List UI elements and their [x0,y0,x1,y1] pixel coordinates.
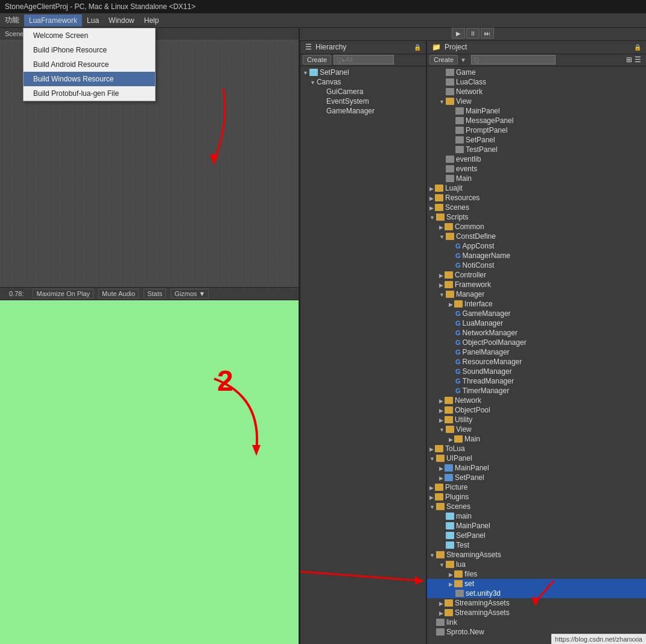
project-search[interactable] [471,55,556,65]
game-spacer [439,68,446,77]
threadmanager-spacer [449,377,455,385]
gamemanager-g-spacer [449,309,455,318]
project-item-luaclass[interactable]: LuaClass [427,77,646,87]
project-item-resourcemanager[interactable]: G ResourceManager [427,357,646,367]
project-item-setunity3d[interactable]: set.unity3d [427,589,646,598]
managername-spacer [449,251,455,260]
project-item-networkmanager[interactable]: G NetworkManager [427,328,646,338]
dropdown-build-android[interactable]: Build Android Resource [24,57,155,72]
project-item-scenes-main[interactable]: main [427,511,646,521]
hierarchy-lock-icon[interactable]: 🔒 [414,44,421,51]
hierarchy-item-canvas[interactable]: Canvas [300,77,426,87]
manager-label: Manager [456,290,484,298]
project-item-luamanager[interactable]: G LuaManager [427,318,646,328]
project-item-constdefine[interactable]: ConstDefine [427,232,646,241]
setunity3d-spacer [449,589,455,598]
project-settings-icon[interactable]: ☰ [635,55,641,64]
project-item-tolua[interactable]: ToLua [427,444,646,453]
project-item-testpanel[interactable]: TestPanel [427,145,646,154]
project-item-appconst[interactable]: G AppConst [427,241,646,251]
project-item-events[interactable]: events [427,164,646,174]
dropdown-build-iphone[interactable]: Build iPhone Resource [24,43,155,57]
project-item-common[interactable]: Common [427,222,646,232]
project-item-streamingassets[interactable]: StreamingAssets [427,550,646,560]
project-item-uipanel[interactable]: UIPanel [427,453,646,463]
project-item-scenes2[interactable]: Scenes [427,502,646,511]
project-item-managername[interactable]: G ManagerName [427,251,646,260]
hierarchy-item-guicamera[interactable]: GuiCamera [300,87,426,96]
hierarchy-item-eventsystem[interactable]: EventSystem [300,96,426,106]
project-item-objectpool[interactable]: ObjectPool [427,405,646,415]
project-item-interface[interactable]: Interface [427,299,646,309]
project-item-uipanel-setpanel[interactable]: SetPanel [427,473,646,482]
menu-item-lua[interactable]: Lua [82,14,104,27]
project-item-noticonst[interactable]: G NotiConst [427,260,646,270]
project-item-soundmanager[interactable]: G SoundManager [427,367,646,376]
hierarchy-item-setpanel[interactable]: SetPanel [300,68,426,77]
project-item-network-file[interactable]: Network [427,87,646,96]
project-item-streamingassets2[interactable]: StreamingAssets [427,598,646,608]
streamingassets3-folder-icon [445,609,453,616]
project-item-plugins[interactable]: Plugins [427,492,646,502]
project-item-scenes-top[interactable]: Scenes [427,203,646,212]
project-create-btn[interactable]: Create [429,55,458,65]
objectpoolmanager-spacer [449,338,455,347]
project-item-utility[interactable]: Utility [427,415,646,425]
project-item-main-file[interactable]: Main [427,174,646,183]
project-item-setpanel-file[interactable]: SetPanel [427,135,646,145]
dropdown-build-windows[interactable]: Build Windows Resource [24,72,155,86]
network-file-label: Network [456,87,483,96]
project-item-uipanel-mainpanel[interactable]: MainPanel [427,463,646,473]
project-item-set[interactable]: set [427,579,646,589]
project-item-scenes-test[interactable]: Test [427,540,646,550]
stats-btn[interactable]: Stats [144,289,166,298]
project-item-manager[interactable]: Manager [427,289,646,299]
project-item-mainpanel-file[interactable]: MainPanel [427,106,646,116]
step-button[interactable]: ⏭ [481,28,494,39]
play-button[interactable]: ▶ [452,28,465,39]
project-item-eventlib[interactable]: eventlib [427,154,646,164]
project-item-streamingassets3[interactable]: StreamingAssets [427,608,646,617]
maximize-on-play-btn[interactable]: Maximize On Play [33,289,93,298]
project-item-view-folder[interactable]: View [427,96,646,106]
project-item-network-folder[interactable]: Network [427,396,646,405]
project-item-picture[interactable]: Picture [427,482,646,492]
project-item-luajit[interactable]: Luajit [427,183,646,193]
project-item-resources[interactable]: Resources [427,193,646,203]
project-item-link[interactable]: link [427,617,646,627]
project-item-files[interactable]: files [427,569,646,579]
menu-item-luaframework[interactable]: LuaFramework [24,14,82,27]
project-item-messagepanel[interactable]: MessagePanel [427,116,646,125]
scenes-top-label: Scenes [445,203,469,212]
hierarchy-search[interactable] [334,55,394,65]
menu-item-help[interactable]: Help [139,14,164,27]
pause-button[interactable]: ⏸ [466,28,480,39]
dropdown-build-protobuf[interactable]: Build Protobuf-lua-gen File [24,86,155,101]
project-item-timermanager[interactable]: G TimerManager [427,386,646,396]
menu-item-features[interactable]: 功能 [0,13,24,27]
project-view-icon[interactable]: ⊞ [626,55,632,64]
project-item-scenes-setpanel[interactable]: SetPanel [427,531,646,540]
dropdown-welcome[interactable]: Welcome Screen [24,28,155,43]
menu-item-window[interactable]: Window [104,14,139,27]
project-item-scripts-view[interactable]: View [427,425,646,434]
project-lock-icon[interactable]: 🔒 [634,44,641,51]
hierarchy-item-gamemanager[interactable]: GameManager [300,106,426,116]
project-item-objectpoolmanager[interactable]: G ObjectPoolManager [427,338,646,347]
project-item-scripts-view-main[interactable]: Main [427,434,646,444]
hierarchy-create-btn[interactable]: Create [303,55,331,65]
project-item-scripts[interactable]: Scripts [427,212,646,222]
project-item-controller[interactable]: Controller [427,270,646,280]
mute-audio-btn[interactable]: Mute Audio [98,289,139,298]
project-item-scenes-mainpanel[interactable]: MainPanel [427,521,646,531]
project-item-threadmanager[interactable]: G ThreadManager [427,376,646,386]
project-item-promptpanel[interactable]: PromptPanel [427,125,646,135]
gizmos-btn[interactable]: Gizmos ▼ [171,289,209,298]
project-item-framework[interactable]: Framework [427,280,646,289]
project-item-game[interactable]: Game [427,68,646,77]
project-item-gamemanager-g[interactable]: G GameManager [427,309,646,318]
uipanel-folder-icon [436,455,445,462]
hierarchy-toolbar: Create [300,54,426,66]
project-item-lua[interactable]: lua [427,560,646,569]
project-item-panelmanager[interactable]: G PanelManager [427,347,646,357]
